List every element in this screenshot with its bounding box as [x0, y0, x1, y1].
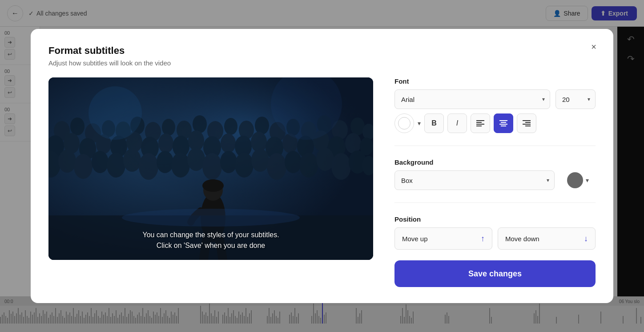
- align-right-icon: [523, 120, 531, 126]
- svg-point-234: [220, 151, 237, 173]
- modal-title: Format subtitles: [48, 45, 596, 57]
- svg-rect-255: [499, 120, 507, 121]
- font-select[interactable]: Arial Helvetica Times New Roman Georgia: [394, 89, 550, 109]
- svg-point-209: [158, 134, 173, 153]
- subtitle-line2: Click on 'Save' when you are done: [66, 240, 355, 251]
- svg-rect-254: [476, 126, 482, 126]
- svg-point-182: [70, 117, 85, 135]
- bold-button[interactable]: B: [424, 113, 444, 133]
- move-down-label: Move down: [505, 235, 539, 243]
- color-chevron: ▾: [418, 120, 421, 127]
- font-size-select[interactable]: 14 16 18 20 24 28 32: [555, 89, 596, 109]
- align-center-icon: [499, 120, 507, 126]
- svg-point-227: [107, 153, 125, 178]
- align-center-button[interactable]: [494, 113, 513, 133]
- subtitle-line1: You can change the styles of your subtit…: [66, 230, 355, 240]
- svg-point-225: [74, 154, 93, 179]
- background-label: Background: [394, 158, 596, 166]
- font-row: Arial Helvetica Times New Roman Georgia …: [394, 89, 596, 109]
- bg-color-circle[interactable]: [567, 172, 583, 188]
- svg-point-240: [316, 148, 334, 171]
- close-icon: ×: [591, 42, 596, 52]
- arrow-down-icon: ↓: [584, 234, 588, 243]
- svg-point-221: [345, 133, 361, 154]
- svg-point-241: [331, 153, 351, 180]
- video-preview: You can change the styles of your subtit…: [48, 77, 373, 260]
- divider1: [394, 146, 596, 146]
- svg-point-232: [187, 148, 205, 171]
- svg-point-192: [224, 118, 237, 135]
- svg-rect-257: [499, 124, 507, 125]
- svg-point-230: [157, 151, 173, 173]
- modal-body: You can change the styles of your subtit…: [48, 77, 596, 287]
- align-left-button[interactable]: [471, 113, 490, 133]
- svg-rect-259: [523, 120, 531, 121]
- font-color-swatch[interactable]: [394, 113, 414, 133]
- position-row: Move up ↑ Move down ↓: [394, 227, 596, 250]
- svg-point-226: [92, 151, 109, 173]
- format-subtitles-modal: × Format subtitles Adjust how subtitles …: [31, 29, 613, 303]
- position-section: Position Move up ↑ Move down ↓: [394, 215, 596, 250]
- svg-point-233: [202, 153, 222, 180]
- bg-type-select[interactable]: Box None Shadow: [394, 170, 555, 190]
- svg-rect-262: [525, 126, 531, 126]
- font-select-wrapper: Arial Helvetica Times New Roman Georgia …: [394, 89, 550, 109]
- svg-point-213: [221, 134, 236, 153]
- italic-button[interactable]: I: [447, 113, 467, 133]
- bg-row: Box None Shadow ▾ ▾: [394, 170, 596, 190]
- font-size-wrapper: 14 16 18 20 24 28 32 ▾: [555, 89, 596, 109]
- modal-subtitle: Adjust how subtitles will look on the vi…: [48, 59, 596, 67]
- move-down-button[interactable]: Move down ↓: [498, 227, 596, 250]
- svg-point-228: [123, 149, 141, 172]
- font-section: Font Arial Helvetica Times New Roman Geo…: [394, 77, 596, 133]
- bg-type-wrapper: Box None Shadow ▾: [394, 170, 555, 190]
- svg-point-236: [251, 149, 269, 172]
- svg-rect-260: [525, 122, 531, 123]
- settings-panel: Font Arial Helvetica Times New Roman Geo…: [394, 77, 596, 287]
- close-button[interactable]: ×: [587, 40, 601, 54]
- align-right-button[interactable]: [517, 113, 536, 133]
- font-label: Font: [394, 77, 596, 85]
- svg-point-250: [122, 209, 300, 227]
- svg-point-231: [171, 153, 190, 178]
- svg-rect-252: [476, 122, 482, 123]
- svg-point-190: [193, 115, 207, 133]
- style-row: ▾ B I: [394, 113, 596, 133]
- bg-color-chevron: ▾: [586, 177, 589, 184]
- svg-rect-251: [476, 120, 484, 121]
- svg-point-194: [255, 117, 269, 134]
- font-color-inner: [398, 117, 411, 130]
- align-left-icon: [476, 120, 484, 126]
- background-section: Background Box None Shadow ▾ ▾: [394, 158, 596, 190]
- bg-color-wrapper: ▾: [560, 172, 596, 188]
- svg-rect-261: [523, 124, 531, 125]
- arrow-up-icon: ↑: [481, 234, 485, 243]
- svg-point-238: [285, 151, 302, 173]
- svg-point-237: [267, 153, 286, 180]
- svg-point-235: [235, 153, 254, 178]
- position-label: Position: [394, 215, 596, 223]
- svg-point-248: [202, 179, 224, 192]
- divider2: [394, 202, 596, 203]
- modal-header: Format subtitles Adjust how subtitles wi…: [48, 45, 596, 67]
- svg-point-229: [139, 153, 158, 180]
- svg-point-224: [58, 150, 76, 173]
- svg-rect-256: [501, 122, 506, 123]
- subtitle-overlay: You can change the styles of your subtit…: [48, 230, 373, 251]
- move-up-label: Move up: [402, 235, 428, 243]
- svg-point-188: [162, 119, 175, 136]
- svg-rect-258: [501, 126, 506, 126]
- save-changes-button[interactable]: Save changes: [394, 260, 596, 287]
- move-up-button[interactable]: Move up ↑: [394, 227, 492, 250]
- svg-point-239: [299, 153, 318, 178]
- video-background: You can change the styles of your subtit…: [48, 77, 373, 260]
- svg-point-244: [89, 86, 142, 140]
- svg-rect-253: [476, 124, 484, 125]
